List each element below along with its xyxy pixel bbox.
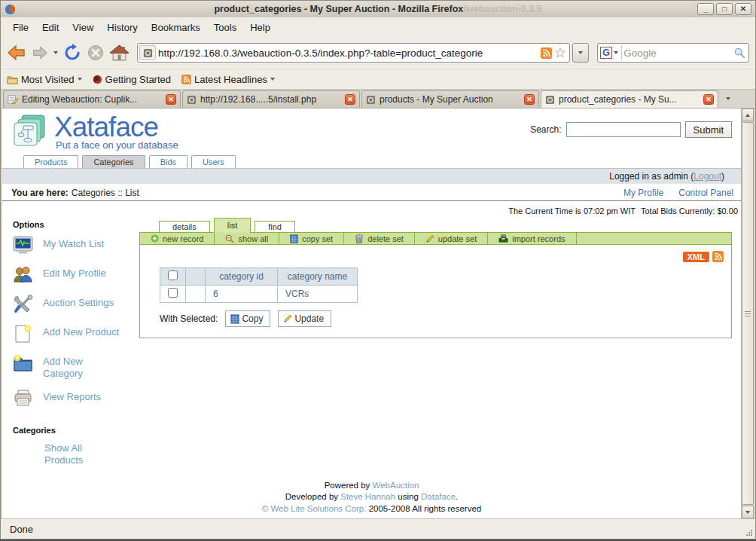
browser-tab-title: Editing Webauction: Cuplik... [22,94,162,105]
xataface-logo[interactable]: Xataface Put a face on your database [13,114,178,151]
my-profile-link[interactable]: My Profile [623,188,663,198]
url-input[interactable] [158,47,538,59]
url-history-dropdown[interactable] [572,43,589,63]
sidebar-item-label: Auction Settings [43,295,121,309]
maximize-button[interactable]: □ [716,3,733,15]
menu-tools[interactable]: Tools [208,20,242,35]
back-button[interactable] [5,42,28,63]
webauction-link[interactable]: WebAuction [373,481,419,490]
logged-in-text-suffix: ) [721,171,724,182]
bookmark-star-icon[interactable] [554,47,566,59]
stop-button[interactable] [85,42,106,63]
home-button[interactable] [108,43,130,63]
sidebar-item-auction-settings[interactable]: Auction Settings [13,295,139,315]
logged-in-text: Logged in as admin ( [609,171,694,182]
bookmark-label: Getting Started [105,74,171,85]
menu-file[interactable]: File [7,20,35,35]
web-search-input[interactable] [623,47,732,59]
tab-close-icon[interactable]: ✕ [166,94,176,105]
category-id-cell[interactable]: 6 [206,286,278,303]
reload-button[interactable] [62,42,83,63]
scroll-down-button[interactable] [742,506,754,518]
tab-close-icon[interactable]: ✕ [524,94,535,105]
search-magnifier-icon[interactable] [733,47,745,59]
rss-icon[interactable] [541,47,552,59]
scroll-up-button[interactable] [742,109,754,121]
titlebar[interactable]: product_categories - My Super Auction - … [1,1,755,17]
stop-icon [87,44,105,62]
steve-hannah-link[interactable]: Steve Hannah [340,492,395,501]
sidebar-item-view-reports[interactable]: View Reports [13,389,139,409]
menu-bookmarks[interactable]: Bookmarks [145,20,206,35]
browser-tab-2[interactable]: http://192.168.....5/install.php ✕ [182,90,360,108]
sidebar-item-add-new-product[interactable]: Add New Product [13,324,139,344]
footer-text: 2005-2008 All rights reserved [366,504,481,513]
profile-icon [13,265,33,285]
update-selected-button[interactable]: Update [278,310,331,327]
search-engine-selector[interactable]: G [600,45,622,60]
sidebar-item-my-watch-list[interactable]: My Watch List [13,236,139,256]
browser-tab-4-active[interactable]: product_categories - My Su... ✕ [541,90,718,108]
delete-set-button[interactable]: delete set [344,233,415,244]
xml-export-button[interactable]: XML [683,252,709,262]
logout-link[interactable]: Logout [694,171,721,182]
browser-tab-3[interactable]: products - My Super Auction ✕ [361,90,539,108]
select-all-checkbox[interactable] [168,270,178,280]
bookmark-most-visited[interactable]: Most Visited [7,74,82,85]
url-bar[interactable] [137,43,570,63]
chevron-down-icon [78,78,82,81]
bookmark-latest-headlines[interactable]: Latest Headlines [181,74,275,85]
tab-bids[interactable]: Bids [149,155,187,168]
search-bar[interactable]: G [597,43,749,63]
close-button[interactable]: ✕ [735,3,751,15]
copy-set-icon [290,234,298,243]
update-set-button[interactable]: update set [415,233,488,244]
menu-help[interactable]: Help [244,20,276,35]
vertical-scrollbar[interactable] [741,109,754,518]
scrollbar-thumb[interactable] [742,122,754,505]
control-panel-link[interactable]: Control Panel [678,188,733,198]
tab-close-icon[interactable]: ✕ [345,94,355,105]
category-name-cell[interactable]: VCRs [278,286,358,303]
dataface-link[interactable]: Dataface [421,492,456,501]
resize-grip[interactable] [745,529,753,536]
site-search-input[interactable] [566,122,681,137]
menu-edit[interactable]: Edit [36,20,65,35]
show-all-button[interactable]: show all [215,233,279,244]
view-tab-find[interactable]: find [255,221,295,233]
menu-history[interactable]: History [101,20,143,35]
settings-tools-icon [13,295,33,314]
footer-text: Powered by [325,481,373,490]
footer-line-powered: Powered by WebAuction [2,480,741,492]
row-checkbox[interactable] [168,288,178,298]
back-forward-dropdown[interactable] [52,50,59,56]
copy-set-button[interactable]: copy set [279,233,344,244]
tab-list-dropdown[interactable] [720,90,736,107]
sidebar-item-edit-my-profile[interactable]: Edit My Profile [13,265,139,286]
bookmark-getting-started[interactable]: Getting Started [93,74,171,85]
tab-users[interactable]: Users [191,155,236,168]
menu-view[interactable]: View [66,20,99,35]
view-tab-details[interactable]: details [159,221,210,233]
chevron-up-icon [745,114,750,117]
tab-products[interactable]: Products [23,155,78,168]
view-tab-list-active[interactable]: list [214,218,251,233]
new-record-button[interactable]: new record [140,233,215,244]
status-line: The Current Time is 07:02 pm WITTotal Bi… [2,201,741,218]
window-controls: _ □ ✕ [697,3,751,15]
weblite-link[interactable]: © Web Lite Solutions Corp. [262,504,367,513]
action-label: show all [238,234,268,243]
breadcrumb-label: You are here: [11,188,69,198]
tab-close-icon[interactable]: ✕ [703,94,714,105]
site-search-submit-button[interactable]: Submit [685,121,732,138]
browser-tab-1[interactable]: Editing Webauction: Cuplik... ✕ [3,90,181,108]
forward-button[interactable] [30,44,50,62]
import-records-button[interactable]: import records [488,233,576,244]
copy-selected-button[interactable]: Copy [225,310,270,327]
sidebar-item-add-new-category[interactable]: Add New Category [13,353,139,380]
sidebar-link-show-all-products[interactable]: Show All Products [44,442,99,466]
minimize-button[interactable]: _ [697,3,714,15]
chevron-down-icon [53,51,58,54]
tab-categories-active[interactable]: Categories [82,155,145,168]
rss-feed-icon[interactable] [712,251,724,262]
